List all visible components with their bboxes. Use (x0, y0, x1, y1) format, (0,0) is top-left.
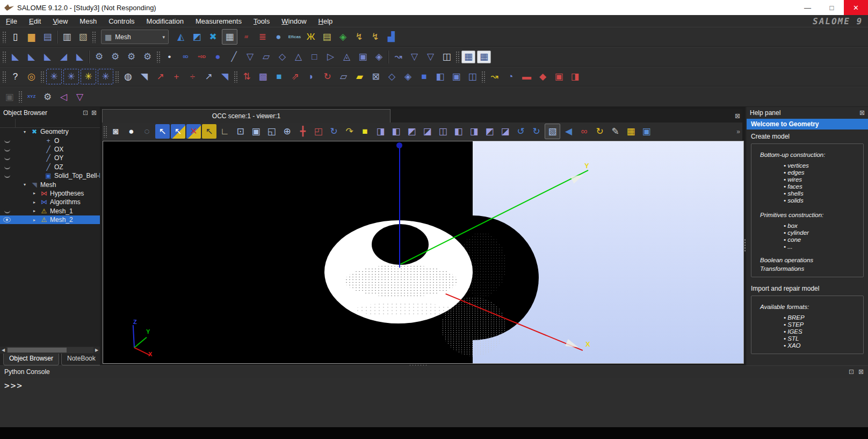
tree-item-oy[interactable]: ╱ OY (0, 154, 100, 162)
front-view-icon[interactable]: ■ (358, 124, 372, 139)
select-filter-face-icon[interactable]: ✳ (81, 69, 96, 84)
elem0d-on-nodes-icon[interactable]: +0D (194, 49, 209, 64)
close-viewer-icon[interactable]: ⊠ (733, 109, 742, 123)
menu-measurements[interactable]: Measurements (190, 17, 248, 25)
interactive-union-icon[interactable]: ▽ (73, 90, 87, 104)
bottom-view-icon[interactable]: ◩ (404, 124, 419, 139)
select-rect-icon[interactable]: ↖ (202, 124, 216, 139)
fit-all-icon[interactable]: ⊡ (233, 124, 248, 139)
edit-mesh-icon[interactable]: ◣ (40, 49, 55, 64)
extrusion-along-path-icon[interactable]: ◫ (465, 69, 480, 84)
split-prism-icon[interactable]: ▬ (519, 69, 534, 84)
select-pointer-icon[interactable]: ↖ (155, 124, 170, 139)
image-pattern-icon-2[interactable]: ▦ (477, 51, 491, 63)
hexahedron-element-icon[interactable]: □ (307, 49, 322, 64)
diagonal-inversion-icon[interactable]: ◇ (385, 69, 399, 84)
visibility-eye-icon[interactable] (0, 156, 14, 160)
sync-views-icon[interactable]: ↻ (592, 124, 607, 139)
clockwise-view-icon[interactable]: ◧ (451, 124, 466, 139)
eficas-module-icon[interactable]: Eficas (287, 30, 302, 44)
visibility-eye-icon[interactable] (0, 209, 14, 213)
melt-module-icon-1[interactable]: ↯ (352, 30, 366, 44)
menu-help[interactable]: Help (313, 17, 339, 25)
calculator-module-icon[interactable]: ▤ (320, 30, 334, 44)
help-bullet[interactable]: vertices (784, 162, 861, 169)
menu-modification[interactable]: Modification (141, 17, 190, 25)
forward-view-history-icon[interactable]: ↻ (529, 124, 544, 139)
change-background-icon[interactable]: ● (124, 124, 139, 139)
create-model-label[interactable]: Create model (747, 129, 868, 142)
mesh-info-icon[interactable]: ? (8, 69, 23, 84)
image-pattern-icon-1[interactable]: ▦ (461, 51, 475, 63)
ball-element-icon[interactable]: ● (211, 49, 225, 64)
select-filter-edge-icon[interactable]: ✳ (63, 69, 79, 84)
shaper-module-icon[interactable]: ◩ (190, 30, 204, 44)
split-edge-icon[interactable]: ÷ (185, 69, 200, 84)
quadratic-triangle-icon[interactable]: ▽ (407, 49, 422, 64)
elem0d-icon[interactable]: 0D (178, 49, 193, 64)
volume-cube-icon[interactable]: ▣ (449, 69, 464, 84)
chart-module-icon[interactable]: ▟ (384, 30, 399, 44)
tree-item-mesh-2[interactable]: ▸ ⚠ Mesh_2 (0, 215, 100, 224)
tab-notebook[interactable]: NoteBook (61, 354, 102, 365)
close-button[interactable]: ✕ (844, 0, 868, 15)
hypothesis-gear-icon[interactable]: ⚙ (92, 49, 106, 64)
merge-nodes-icon[interactable]: ◍ (121, 69, 135, 84)
find-element-icon[interactable]: ◎ (24, 69, 39, 84)
float-console-icon[interactable]: ⊡ (849, 368, 854, 376)
back-view-history-icon[interactable]: ↺ (513, 124, 528, 139)
python-console-input[interactable]: >>> (0, 378, 868, 427)
expand-arrow-icon[interactable]: ▸ (33, 218, 40, 222)
format-bullet[interactable]: STL (784, 335, 861, 342)
scene-settings-icon[interactable]: ▣ (639, 124, 654, 139)
adao-module-icon[interactable]: Ж (303, 30, 318, 44)
close-panel-icon[interactable]: ⊠ (91, 109, 97, 117)
toolbar-overflow-chevron-icon[interactable]: » (736, 128, 740, 135)
select-disable-icon[interactable]: ✕ (186, 124, 201, 139)
open-document-icon[interactable]: ▆ (24, 30, 39, 44)
format-bullet[interactable]: STEP (784, 321, 861, 328)
import-model-label[interactable]: Import and repair model (747, 282, 868, 294)
save-document-icon[interactable]: ▤ (40, 30, 55, 44)
move-element-icon[interactable]: ↗ (201, 69, 216, 84)
mesh-module-icon[interactable]: ▦ (222, 29, 237, 45)
triangle-element-icon[interactable]: ▽ (243, 49, 257, 64)
menu-tools[interactable]: Tools (248, 17, 276, 25)
tree-item-mesh-1[interactable]: ▸ ⚠ Mesh_1 (0, 207, 100, 215)
float-panel-icon[interactable]: ⊡ (83, 109, 88, 117)
evaluate-mesh-icon[interactable]: ◣ (73, 49, 87, 64)
show-trihedron-icon[interactable]: ∟ (218, 124, 232, 139)
anticlockwise-view-icon[interactable]: ◨ (467, 124, 481, 139)
shaperstudy-module-icon[interactable]: ✖ (206, 30, 220, 44)
orientation-icon[interactable]: ⇅ (240, 69, 254, 84)
scroll-left-icon[interactable]: ◀ (0, 348, 6, 352)
tree-item-hypotheses[interactable]: ▸ ⋈ Hypotheses (0, 189, 100, 198)
move-node-icon[interactable]: ↗ (153, 69, 168, 84)
paravis-module-icon[interactable]: /// (239, 30, 254, 44)
visibility-eye-icon[interactable] (0, 217, 14, 222)
visibility-eye-icon[interactable] (0, 139, 14, 143)
polygon-element-icon[interactable]: ◇ (275, 49, 290, 64)
tetrahedron-element-icon[interactable]: △ (291, 49, 306, 64)
select-filter-volume-icon[interactable]: ✳ (98, 69, 113, 84)
split-hexahedron-icon[interactable]: ◆ (536, 69, 550, 84)
hexagonal-prism-element-icon[interactable]: ▣ (356, 49, 370, 64)
minimize-button[interactable]: — (795, 0, 820, 15)
scale-icon[interactable]: ▰ (352, 69, 367, 84)
help-bullet[interactable]: cone (784, 236, 861, 243)
menu-edit[interactable]: Edit (23, 17, 47, 25)
scrollbar-thumb[interactable] (8, 348, 67, 352)
help-bullet[interactable]: shells (784, 190, 861, 197)
help-bullet[interactable]: ... (784, 243, 861, 250)
tree-item-o[interactable]: + O (0, 136, 100, 145)
compute-mesh-icon[interactable]: ◢ (56, 49, 71, 64)
move-node-xyz-icon[interactable]: XYZ (24, 90, 39, 104)
spline-icon[interactable]: ↝ (487, 69, 502, 84)
perspective-view-icon[interactable]: ◀ (561, 124, 576, 139)
fit-area-icon[interactable]: ▣ (249, 124, 263, 139)
zoom-icon[interactable]: ⊕ (280, 124, 294, 139)
extrusion-icon[interactable]: ◗ (304, 69, 319, 84)
expand-arrow-icon[interactable]: ▾ (24, 129, 30, 134)
select-filter-node-icon[interactable]: ✳ (46, 69, 62, 84)
smoothing-icon[interactable]: ◥ (218, 69, 232, 84)
